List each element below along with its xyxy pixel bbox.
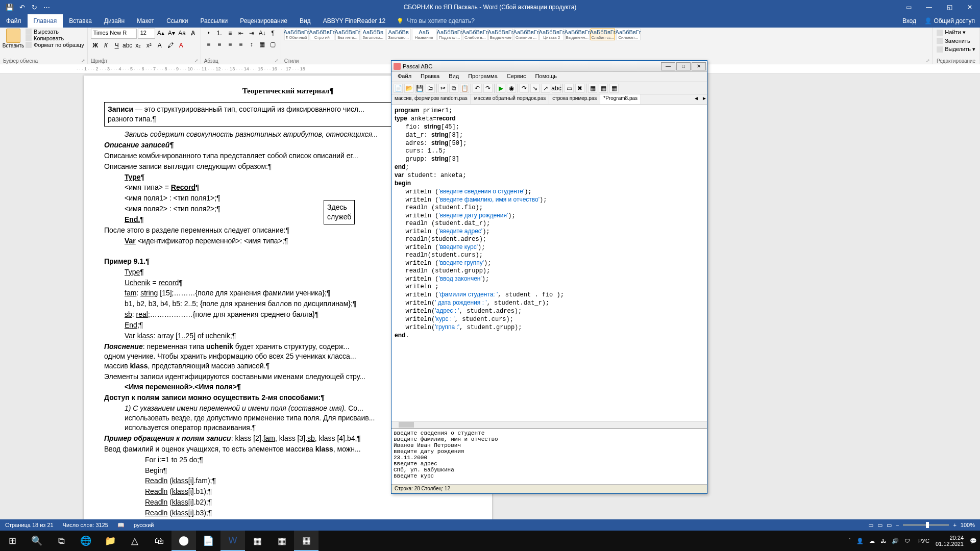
- tb-break-icon[interactable]: abc: [552, 84, 561, 93]
- style-item[interactable]: АаБбВвГгВыделение: [488, 29, 513, 40]
- tab-file[interactable]: Файл: [0, 14, 28, 28]
- tray-clock[interactable]: 20:24 01.12.2021: [936, 535, 964, 547]
- tb-app1[interactable]: △: [122, 531, 147, 551]
- zoom-slider[interactable]: [903, 524, 949, 526]
- style-item[interactable]: АаБбВвГгСлабое в...: [463, 29, 487, 40]
- pascal-menu-item[interactable]: Помощь: [531, 72, 561, 82]
- tb-close-icon[interactable]: ✖: [575, 84, 584, 93]
- style-item[interactable]: АаБбВвГгВыделенн...: [565, 29, 590, 40]
- tb-run-icon[interactable]: ▶: [496, 84, 505, 93]
- view-web-icon[interactable]: ▭: [887, 522, 892, 529]
- justify-icon[interactable]: ≡: [236, 40, 246, 49]
- tab-mailings[interactable]: Рассылки: [194, 14, 234, 28]
- show-marks-icon[interactable]: ¶: [268, 29, 278, 38]
- status-proof-icon[interactable]: 📖: [117, 522, 125, 529]
- tb-word[interactable]: W: [220, 531, 245, 551]
- multilevel-icon[interactable]: ≡: [226, 29, 235, 38]
- tab-references[interactable]: Ссылки: [160, 14, 194, 28]
- increase-indent-icon[interactable]: ⇥: [247, 29, 256, 38]
- dialog-launcher-icon[interactable]: ⤢: [194, 58, 200, 63]
- tray-up-icon[interactable]: ˆ: [849, 538, 851, 544]
- tb-undo-icon[interactable]: ↶: [473, 84, 482, 93]
- copy-button[interactable]: Копировать: [26, 35, 84, 41]
- decrease-indent-icon[interactable]: ⇤: [236, 29, 246, 38]
- tb-pascal[interactable]: ▦: [294, 531, 318, 551]
- tab-design[interactable]: Дизайн: [98, 14, 131, 28]
- tb-props-icon[interactable]: ▦: [609, 84, 619, 93]
- line-spacing-icon[interactable]: ↕: [247, 40, 256, 49]
- style-item[interactable]: АаБбВвГгСтрогий: [310, 29, 334, 40]
- tb-copy-icon[interactable]: ⧉: [449, 84, 458, 93]
- style-item[interactable]: АаБбВвЗаголово...: [386, 29, 411, 40]
- tab-layout[interactable]: Макет: [131, 14, 160, 28]
- pascal-maximize-icon[interactable]: □: [676, 62, 691, 70]
- pascal-file-tab[interactable]: *Program8.pas: [600, 94, 641, 104]
- tb-new-icon[interactable]: 📄: [394, 84, 403, 93]
- font-color-icon[interactable]: A: [177, 41, 186, 50]
- strike-icon[interactable]: abc: [123, 41, 132, 50]
- tray-vol-icon[interactable]: 🔊: [892, 538, 899, 544]
- underline-icon[interactable]: Ч: [112, 41, 121, 50]
- style-item[interactable]: АаБбВвГг¶ Обычный: [284, 29, 309, 40]
- maximize-icon[interactable]: ◱: [939, 0, 960, 14]
- tb-stepin-icon[interactable]: ↘: [530, 84, 540, 93]
- align-center-icon[interactable]: ≡: [215, 40, 224, 49]
- tray-shield-icon[interactable]: 🛡: [904, 538, 910, 544]
- replace-button[interactable]: Заменить: [936, 37, 971, 44]
- dialog-launcher-icon[interactable]: ⤢: [926, 58, 931, 63]
- highlight-icon[interactable]: 🖍: [166, 41, 175, 50]
- pascal-menu-item[interactable]: Правка: [416, 72, 444, 82]
- style-item[interactable]: АаБбВвГгСлабая сс...: [591, 29, 615, 40]
- style-item[interactable]: АаБбВвГгСильное ...: [514, 29, 538, 40]
- pascal-file-tab[interactable]: строка пример.pas: [549, 94, 600, 104]
- font-size-select[interactable]: 12: [138, 29, 155, 39]
- borders-icon[interactable]: ▢: [268, 40, 278, 49]
- dialog-launcher-icon[interactable]: ⤢: [275, 58, 280, 63]
- pascal-file-tab[interactable]: массив, формиров random.pas: [391, 94, 471, 104]
- taskview-icon[interactable]: ⧉: [49, 531, 74, 551]
- paste-button[interactable]: Вставить: [3, 29, 23, 48]
- tb-store[interactable]: 🛍: [147, 531, 172, 551]
- pascal-close-icon[interactable]: ✕: [692, 62, 706, 70]
- dialog-launcher-icon[interactable]: ⤢: [81, 58, 86, 63]
- tb-saveall-icon[interactable]: 🗂: [426, 84, 435, 93]
- search-icon[interactable]: 🔍: [24, 531, 49, 551]
- font-name-select[interactable]: Times New R: [91, 29, 137, 39]
- tab-view[interactable]: Вид: [293, 14, 317, 28]
- tb-open-icon[interactable]: 📂: [404, 84, 413, 93]
- tb-stop-icon[interactable]: ◉: [507, 84, 516, 93]
- superscript-icon[interactable]: x²: [144, 41, 154, 50]
- shrink-font-icon[interactable]: A▾: [167, 29, 176, 38]
- sort-icon[interactable]: A↓: [258, 29, 267, 38]
- tab-abbyy[interactable]: ABBYY FineReader 12: [317, 14, 392, 28]
- zoom-value[interactable]: 100%: [961, 522, 975, 528]
- align-right-icon[interactable]: ≡: [226, 40, 235, 49]
- tab-review[interactable]: Рецензирование: [234, 14, 293, 28]
- grow-font-icon[interactable]: A▴: [156, 29, 165, 38]
- tray-net-icon[interactable]: 🖧: [880, 538, 886, 544]
- tray-people-icon[interactable]: 👤: [856, 538, 864, 544]
- tb-notepad[interactable]: 📄: [196, 531, 220, 551]
- tb-chrome[interactable]: ⬤: [172, 531, 196, 551]
- start-button[interactable]: ⊞: [0, 531, 24, 551]
- tab-insert[interactable]: Вставка: [63, 14, 98, 28]
- tb-form-icon[interactable]: ▦: [599, 84, 608, 93]
- style-item[interactable]: АаБНазвание: [412, 29, 436, 40]
- italic-icon[interactable]: К: [102, 41, 111, 50]
- tray-cloud-icon[interactable]: ☁: [869, 538, 875, 544]
- ribbon-options-icon[interactable]: ▭: [898, 0, 919, 14]
- status-words[interactable]: Число слов: 3125: [63, 522, 108, 528]
- qat-more[interactable]: ⋯: [42, 3, 51, 12]
- pascal-menu-item[interactable]: Программа: [464, 72, 502, 82]
- pascal-titlebar[interactable]: Pascal ABC — □ ✕: [391, 61, 707, 72]
- signin-link[interactable]: Вход: [902, 17, 916, 24]
- pascal-minimize-icon[interactable]: —: [661, 62, 675, 70]
- shading-icon[interactable]: ▦: [258, 40, 267, 49]
- zoom-in-icon[interactable]: +: [953, 522, 956, 528]
- tb-app3[interactable]: ▦: [270, 531, 294, 551]
- status-lang[interactable]: русский: [134, 522, 154, 528]
- tab-scroll-right[interactable]: ►: [699, 94, 707, 104]
- numbering-icon[interactable]: 1.: [215, 29, 224, 38]
- minimize-icon[interactable]: —: [919, 0, 939, 14]
- cut-button[interactable]: Вырезать: [26, 29, 84, 35]
